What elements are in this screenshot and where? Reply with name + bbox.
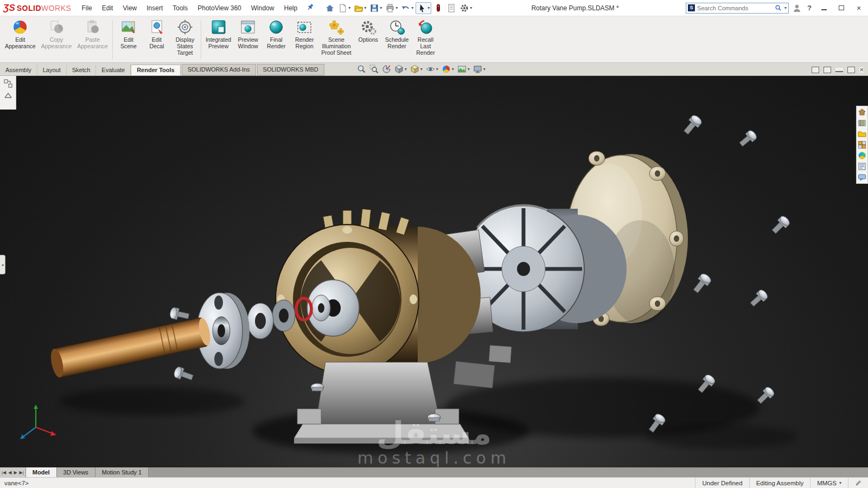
pane-split-2-button[interactable] bbox=[824, 67, 831, 73]
scroll-last-icon[interactable]: ▶| bbox=[20, 470, 24, 475]
menu-tools[interactable]: Tools bbox=[168, 0, 193, 16]
save-caret-icon[interactable]: ▾ bbox=[380, 5, 382, 10]
view-orientation-caret-icon[interactable]: ▾ bbox=[405, 67, 407, 72]
open-document-button[interactable]: ▾ bbox=[353, 2, 367, 14]
tab-solidworks-addins[interactable]: SOLIDWORKS Add-Ins bbox=[182, 64, 256, 75]
print-button[interactable]: ▾ bbox=[384, 2, 399, 14]
close-window-button[interactable]: × bbox=[852, 2, 866, 14]
status-bar-right: Under Defined Editing Assembly MMGS▾ bbox=[695, 478, 868, 488]
search-caret-icon[interactable]: ▾ bbox=[784, 5, 787, 10]
select-caret-icon[interactable]: ▾ bbox=[427, 5, 430, 10]
recall-last-render-button[interactable]: Recall Last Render bbox=[411, 17, 439, 62]
edit-appearance-button[interactable]: Edit Appearance bbox=[2, 17, 39, 62]
photoview-options-button[interactable]: Options bbox=[354, 17, 382, 62]
zoom-fit-button[interactable] bbox=[357, 65, 366, 74]
help-button[interactable]: ? bbox=[805, 4, 814, 12]
hide-show-caret-icon[interactable]: ▾ bbox=[436, 67, 438, 72]
tab-render-tools[interactable]: Render Tools bbox=[131, 65, 180, 75]
pin-menu-icon[interactable] bbox=[307, 3, 314, 12]
display-style-button[interactable]: ▾ bbox=[410, 65, 423, 74]
view-settings-button[interactable]: ▾ bbox=[473, 65, 486, 74]
view-settings-caret-icon[interactable]: ▾ bbox=[483, 67, 486, 72]
panel-expand-handle[interactable]: ◂ bbox=[0, 255, 5, 274]
appearance-hud-caret-icon[interactable]: ▾ bbox=[452, 67, 454, 72]
scroll-prev-icon[interactable]: ◀ bbox=[8, 470, 11, 475]
menu-photoview360[interactable]: PhotoView 360 bbox=[193, 0, 246, 16]
resources-home-icon[interactable] bbox=[858, 108, 866, 117]
menu-help[interactable]: Help bbox=[279, 0, 302, 16]
copy-appearance-button[interactable]: Copy Appearance bbox=[39, 17, 75, 62]
section-view-button[interactable] bbox=[382, 65, 391, 74]
pane-split-1-button[interactable] bbox=[812, 67, 819, 73]
paste-appearance-button[interactable]: Paste Appearance bbox=[74, 17, 111, 62]
tab-layout[interactable]: Layout bbox=[37, 65, 67, 75]
task-list-button[interactable] bbox=[445, 2, 457, 14]
design-library-icon[interactable] bbox=[858, 119, 866, 127]
undo-caret-icon[interactable]: ▾ bbox=[411, 5, 413, 10]
display-style-caret-icon[interactable]: ▾ bbox=[420, 67, 423, 72]
tab-evaluate[interactable]: Evaluate bbox=[96, 65, 131, 75]
appearance-target-icon[interactable] bbox=[432, 2, 444, 14]
options-gear-button[interactable]: ▾ bbox=[458, 2, 473, 14]
custom-properties-icon[interactable] bbox=[858, 162, 866, 171]
search-commands-box[interactable]: S ▾ bbox=[686, 3, 789, 14]
tab-assembly[interactable]: Assembly bbox=[0, 65, 37, 75]
open-caret-icon[interactable]: ▾ bbox=[364, 5, 366, 10]
task-pane-strip bbox=[856, 106, 868, 184]
units-selector[interactable]: MMGS▾ bbox=[810, 478, 848, 488]
ribbon-separator bbox=[201, 21, 201, 59]
apply-scene-caret-icon[interactable]: ▾ bbox=[468, 67, 470, 72]
menu-edit[interactable]: Edit bbox=[97, 0, 118, 16]
options-caret-icon[interactable]: ▾ bbox=[470, 5, 472, 10]
doc-tab-3d-views[interactable]: 3D Views bbox=[57, 467, 95, 477]
file-explorer-icon[interactable] bbox=[858, 130, 866, 138]
maximize-window-button[interactable] bbox=[834, 2, 848, 14]
schedule-render-button[interactable]: Schedule Render bbox=[382, 17, 412, 62]
doc-tab-motion-study[interactable]: Motion Study 1 bbox=[95, 467, 149, 477]
edit-appearance-hud-button[interactable]: ▾ bbox=[442, 65, 454, 74]
save-button[interactable]: ▾ bbox=[368, 2, 383, 14]
forum-icon[interactable] bbox=[858, 173, 866, 182]
appearances-scenes-icon[interactable] bbox=[858, 151, 866, 160]
assembly-tree-icon[interactable] bbox=[4, 79, 12, 88]
search-icon[interactable] bbox=[775, 4, 782, 11]
minimize-window-button[interactable] bbox=[817, 2, 831, 14]
print-caret-icon[interactable]: ▾ bbox=[395, 5, 398, 10]
scroll-first-icon[interactable]: |◀ bbox=[2, 470, 6, 475]
doc-close-button[interactable]: × bbox=[859, 67, 864, 73]
doc-tab-model[interactable]: Model bbox=[26, 467, 57, 477]
quick-tips-toggle[interactable] bbox=[848, 478, 868, 488]
new-doc-caret-icon[interactable]: ▾ bbox=[348, 5, 350, 10]
doc-minimize-button[interactable] bbox=[835, 68, 843, 72]
new-document-button[interactable]: ▾ bbox=[337, 2, 352, 14]
display-states-target-button[interactable]: Display States Target bbox=[171, 17, 199, 62]
tab-solidworks-mbd[interactable]: SOLIDWORKS MBD bbox=[257, 64, 324, 75]
scroll-next-icon[interactable]: ▶ bbox=[14, 470, 17, 475]
user-account-icon[interactable] bbox=[792, 3, 802, 13]
menu-window[interactable]: Window bbox=[246, 0, 279, 16]
integrated-preview-button[interactable]: Integrated Preview bbox=[203, 17, 234, 62]
select-tool-button[interactable]: ▾ bbox=[416, 2, 431, 14]
final-render-button[interactable]: Final Render bbox=[262, 17, 290, 62]
edit-decal-button[interactable]: Edit Decal bbox=[143, 17, 171, 62]
menu-file[interactable]: File bbox=[76, 0, 97, 16]
tab-sketch[interactable]: Sketch bbox=[67, 65, 97, 75]
apply-scene-button[interactable]: ▾ bbox=[457, 65, 470, 74]
edit-scene-button[interactable]: Edit Scene bbox=[114, 17, 143, 62]
scene-illumination-proof-sheet-button[interactable]: Scene Illumination Proof Sheet bbox=[318, 17, 354, 62]
undo-button[interactable]: ▾ bbox=[400, 2, 414, 14]
hide-show-items-button[interactable]: ▾ bbox=[426, 65, 438, 74]
display-pane-icon[interactable] bbox=[4, 91, 12, 100]
editing-mode-text: Editing Assembly bbox=[749, 478, 810, 488]
zoom-area-button[interactable] bbox=[369, 65, 379, 74]
view-palette-icon[interactable] bbox=[858, 140, 866, 149]
home-button[interactable] bbox=[324, 2, 336, 14]
doc-restore-button[interactable] bbox=[847, 67, 855, 73]
render-region-button[interactable]: Render Region bbox=[290, 17, 318, 62]
graphics-viewport[interactable]: ◂ مستقل mostaql.com bbox=[0, 76, 868, 467]
menu-insert[interactable]: Insert bbox=[142, 0, 168, 16]
preview-window-button[interactable]: Preview Window bbox=[234, 17, 262, 62]
search-input[interactable] bbox=[697, 5, 773, 11]
view-orientation-button[interactable]: ▾ bbox=[394, 65, 407, 74]
menu-view[interactable]: View bbox=[118, 0, 142, 16]
